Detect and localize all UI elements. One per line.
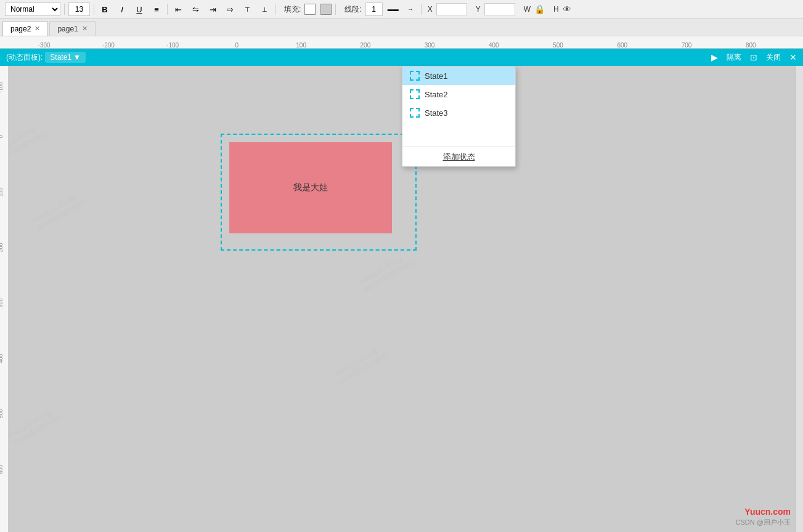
align-center-button[interactable]: ⇋ xyxy=(189,2,202,16)
stroke-end-button[interactable]: → xyxy=(404,2,417,16)
v-ruler-mark: 200 xyxy=(0,243,4,252)
attribution-site: Yuucn.com xyxy=(744,507,791,517)
state1-label: State1 xyxy=(425,71,448,81)
tab-page1-label: page1 xyxy=(57,25,78,33)
ruler-mark: 0 xyxy=(235,42,239,49)
dp-close-icon[interactable]: ✕ xyxy=(789,52,797,62)
watermark-5: wangxi.dongWANGXIDONG xyxy=(6,404,63,448)
dynamic-panel-title: (动态面板): State1 ▼ xyxy=(6,52,86,63)
fill-color-box[interactable] xyxy=(304,4,316,15)
dp-isolate-button[interactable]: 隔离 xyxy=(724,51,744,64)
state-item-3[interactable]: State3 xyxy=(402,103,515,122)
dropdown-empty-space xyxy=(402,122,515,147)
tab-page2[interactable]: page2 ✕ xyxy=(2,21,48,36)
state-item-2[interactable]: State2 xyxy=(402,85,515,103)
v-ruler-mark: -100 xyxy=(0,82,4,93)
state1-icon xyxy=(410,71,420,81)
fill-label: 填充: xyxy=(284,4,301,15)
w-label: W xyxy=(524,5,531,14)
font-size-input[interactable] xyxy=(68,2,90,16)
align-justify-button[interactable]: ⇨ xyxy=(223,2,237,16)
v-ruler-mark: 500 xyxy=(0,409,4,418)
bold-button[interactable]: B xyxy=(98,2,112,16)
ruler-mark: -100 xyxy=(166,42,179,49)
style-select[interactable]: Normal xyxy=(5,2,60,16)
ruler-mark: 100 xyxy=(296,42,306,49)
toolbar-divider-4 xyxy=(275,4,275,15)
state3-icon xyxy=(410,108,420,118)
right-scrollbar[interactable] xyxy=(796,66,803,532)
ruler-mark: -200 xyxy=(102,42,115,49)
italic-button[interactable]: I xyxy=(115,2,129,16)
state2-label: State2 xyxy=(425,90,448,99)
ruler-mark: 800 xyxy=(746,42,756,49)
stroke-label: 线段: xyxy=(344,4,361,15)
state3-label: State3 xyxy=(425,108,448,118)
underline-button[interactable]: U xyxy=(132,2,146,16)
tab-page1-close[interactable]: ✕ xyxy=(82,25,88,33)
v-ruler-mark: 400 xyxy=(0,353,4,363)
dynamic-panel-frame[interactable]: 我是大娃 xyxy=(221,134,417,251)
pink-rect-text: 我是大娃 xyxy=(293,182,328,193)
y-input[interactable] xyxy=(484,3,515,15)
ruler-mark: 500 xyxy=(553,42,563,49)
dp-isolate-icon: ⊡ xyxy=(750,52,757,62)
watermark-4: wangxi.dongWANGXIDONG xyxy=(332,342,390,387)
toolbar-divider-1 xyxy=(64,4,65,15)
dp-label: (动态面板): xyxy=(6,52,43,63)
horizontal-ruler: -300 -200 -100 0 100 200 300 400 500 600… xyxy=(0,36,803,49)
ruler-mark: 400 xyxy=(489,42,499,49)
dynamic-panel-bar: (动态面板): State1 ▼ ▶ 隔离 ⊡ 关闭 ✕ xyxy=(0,49,803,66)
ruler-mark: -300 xyxy=(38,42,51,49)
y-label: Y xyxy=(476,5,481,14)
vertical-ruler: -100 0 100 200 300 400 500 600 xyxy=(0,66,9,532)
v-ruler-mark: 300 xyxy=(0,298,4,307)
dp-dropdown-arrow: ▼ xyxy=(73,53,81,62)
toolbar-divider-3 xyxy=(167,4,168,15)
main-canvas-area: -100 0 100 200 300 400 500 600 (动态面板): S… xyxy=(0,49,803,532)
dp-close-button[interactable]: 关闭 xyxy=(764,51,783,64)
state-item-1[interactable]: State1 xyxy=(402,66,515,85)
ruler-mark: 700 xyxy=(682,42,692,49)
state-dropdown-menu: State1 State2 State3 添加状态 xyxy=(402,66,516,167)
canvas-content: wangxi.dongWANGXIDONG wangxi.dongWANGXID… xyxy=(0,66,803,532)
list-button[interactable]: ≡ xyxy=(150,2,163,16)
tabs-bar: page2 ✕ page1 ✕ xyxy=(0,19,803,36)
ruler-mark: 600 xyxy=(617,42,627,49)
dp-current-state: State1 xyxy=(50,53,71,62)
ruler-mark: 200 xyxy=(361,42,371,49)
add-state-label: 添加状态 xyxy=(443,151,475,163)
lock-icon: 🔒 xyxy=(534,4,545,14)
attribution-author: CSDN @用户小王 xyxy=(736,518,791,527)
ruler-mark: 300 xyxy=(425,42,435,49)
fill-color-box2[interactable] xyxy=(320,4,332,15)
watermark-3: wangxi.dongWANGXIDONG xyxy=(357,250,415,294)
watermark-2: wangxi.dongWANGXIDONG xyxy=(30,188,88,233)
h-label: H xyxy=(553,5,559,14)
v-ruler-mark: 0 xyxy=(0,135,4,138)
stroke-style-button[interactable]: ▬▬ xyxy=(386,2,400,16)
align-left-button[interactable]: ⇤ xyxy=(171,2,185,16)
toolbar: Normal B I U ≡ ⇤ ⇋ ⇥ ⇨ ⊤ ⊥ 填充: 线段: ▬▬ → … xyxy=(0,0,803,19)
toolbar-divider-5 xyxy=(335,4,336,15)
v-ruler-mark: 600 xyxy=(0,464,4,474)
x-input[interactable] xyxy=(436,3,467,15)
x-label: X xyxy=(428,5,433,14)
align-top-button[interactable]: ⊤ xyxy=(240,2,254,16)
v-ruler-mark: 100 xyxy=(0,187,4,196)
pink-rectangle: 我是大娃 xyxy=(229,142,392,233)
add-state-button[interactable]: 添加状态 xyxy=(402,147,515,166)
eye-icon[interactable]: 👁 xyxy=(563,4,571,14)
align-middle-button[interactable]: ⊥ xyxy=(258,2,271,16)
dp-right-controls: ▶ 隔离 ⊡ 关闭 ✕ xyxy=(711,51,797,64)
state2-icon xyxy=(410,89,420,99)
toolbar-divider-2 xyxy=(94,4,94,15)
stroke-value-input[interactable] xyxy=(365,2,383,16)
tab-page2-label: page2 xyxy=(10,25,31,33)
tab-page2-close[interactable]: ✕ xyxy=(35,25,40,33)
dp-state-dropdown-btn[interactable]: State1 ▼ xyxy=(45,52,86,63)
align-right-button[interactable]: ⇥ xyxy=(206,2,219,16)
dp-expand-icon[interactable]: ▶ xyxy=(711,52,718,62)
tab-page1[interactable]: page1 ✕ xyxy=(49,21,95,36)
toolbar-divider-6 xyxy=(421,4,422,15)
